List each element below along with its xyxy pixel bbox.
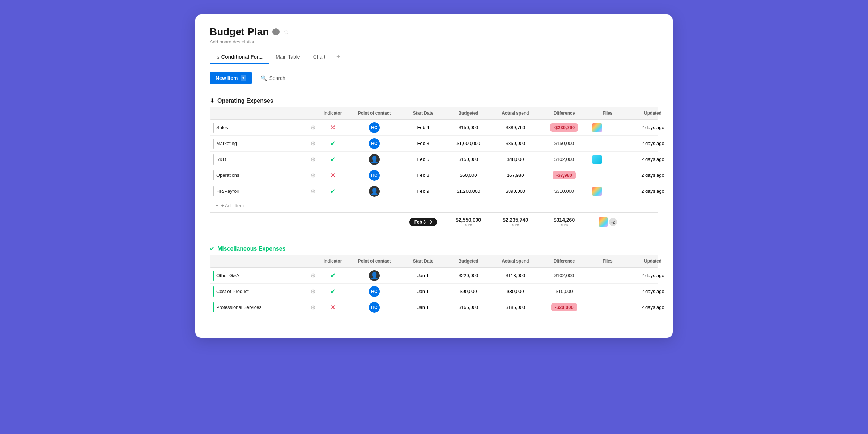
- poc-other-ga[interactable]: 👤: [347, 270, 401, 281]
- updated-prof-services: 2 days ago: [626, 303, 673, 311]
- row-name-sales: Sales ⊕: [210, 120, 318, 135]
- files-other-ga: [590, 274, 626, 277]
- updated-other-ga: 2 days ago: [626, 271, 673, 280]
- info-icon[interactable]: i: [272, 28, 280, 35]
- add-item-row[interactable]: + + Add Item: [210, 199, 658, 212]
- date-hr: Feb 9: [401, 187, 445, 195]
- table-row: R&D ⊕ ✔ 👤 Feb 5 $150,000 $48,000 $102,00…: [210, 152, 658, 167]
- diff-sales: -$239,760: [539, 123, 590, 132]
- diff-negative-badge: -$7,980: [553, 171, 576, 179]
- files-hr[interactable]: [590, 185, 626, 197]
- star-icon[interactable]: ☆: [283, 28, 289, 36]
- table-row: Cost of Product ⊕ ✔ HC Jan 1 $90,000 $80…: [210, 284, 658, 299]
- updated-sales: 2 days ago: [626, 123, 673, 132]
- files-sales[interactable]: [590, 122, 626, 134]
- indicator-ops[interactable]: ✕: [318, 171, 347, 179]
- date-rd: Feb 5: [401, 155, 445, 163]
- section-header-misc: ✔ Miscellaneous Expenses: [210, 242, 658, 255]
- updated-ops: 2 days ago: [626, 171, 673, 179]
- diff-hr: $310,000: [539, 187, 590, 195]
- add-row-icon[interactable]: ⊕: [311, 304, 315, 311]
- section-toggle-operating[interactable]: ⬇: [210, 97, 214, 104]
- file-count-badge: +2: [609, 218, 617, 226]
- diff-other-ga: $102,000: [539, 271, 590, 280]
- actual-cost-product: $80,000: [492, 287, 539, 295]
- row-bar: [213, 139, 214, 149]
- col-updated: Updated: [626, 109, 673, 117]
- add-row-icon[interactable]: ⊕: [311, 288, 315, 295]
- add-row-icon[interactable]: ⊕: [311, 156, 315, 163]
- files-prof-services: [590, 306, 626, 309]
- page-header: Budget Plan i ☆: [210, 26, 658, 38]
- cross-icon: ✕: [330, 303, 336, 311]
- diff-positive: $10,000: [556, 289, 573, 294]
- date-sales: Feb 4: [401, 123, 445, 132]
- poc-hr[interactable]: 👤: [347, 186, 401, 197]
- actual-prof-services: $185,000: [492, 303, 539, 311]
- tab-chart[interactable]: Chart: [307, 51, 332, 64]
- poc-marketing[interactable]: HC: [347, 138, 401, 149]
- cross-icon: ✕: [330, 171, 336, 179]
- search-button[interactable]: 🔍 Search: [256, 72, 289, 84]
- table-row: Marketing ⊕ ✔ HC Feb 3 $1,000,000 $850,0…: [210, 136, 658, 152]
- diff-positive: $150,000: [554, 141, 574, 146]
- col-headers-operating: Indicator Point of contact Start Date Bu…: [210, 107, 658, 120]
- add-row-icon[interactable]: ⊕: [311, 172, 315, 179]
- add-row-icon[interactable]: ⊕: [311, 140, 315, 147]
- check-icon: ✔: [330, 272, 336, 280]
- indicator-sales[interactable]: ✕: [318, 124, 347, 132]
- summary-diff: $314,260 sum: [539, 216, 590, 229]
- section-misc: ✔ Miscellaneous Expenses Indicator Point…: [210, 242, 658, 315]
- date-ops: Feb 8: [401, 171, 445, 179]
- new-item-button[interactable]: New Item ▾: [210, 72, 252, 84]
- updated-hr: 2 days ago: [626, 187, 673, 195]
- indicator-hr[interactable]: ✔: [318, 187, 347, 195]
- home-icon: ⌂: [216, 54, 219, 60]
- indicator-prof-services[interactable]: ✕: [318, 303, 347, 311]
- diff-marketing: $150,000: [539, 139, 590, 148]
- indicator-cost-product[interactable]: ✔: [318, 288, 347, 295]
- budgeted-ops: $50,000: [445, 171, 492, 179]
- app-container: Budget Plan i ☆ Add board description ⌂ …: [195, 14, 673, 338]
- add-row-icon[interactable]: ⊕: [311, 124, 315, 131]
- tab-main-table[interactable]: Main Table: [269, 51, 306, 64]
- avatar-user: 👤: [369, 186, 380, 197]
- avatar-hc: HC: [369, 138, 380, 149]
- indicator-rd[interactable]: ✔: [318, 156, 347, 163]
- add-row-icon[interactable]: ⊕: [311, 272, 315, 279]
- col-diff: Difference: [539, 109, 590, 117]
- files-rd[interactable]: [590, 153, 626, 166]
- avatar-hc: HC: [369, 122, 380, 133]
- budgeted-cost-product: $90,000: [445, 287, 492, 295]
- avatar-hc: HC: [369, 170, 380, 181]
- indicator-other-ga[interactable]: ✔: [318, 272, 347, 280]
- indicator-marketing[interactable]: ✔: [318, 140, 347, 148]
- add-row-icon[interactable]: ⊕: [311, 188, 315, 195]
- board-description[interactable]: Add board description: [210, 39, 658, 44]
- table-row: HR/Payroll ⊕ ✔ 👤 Feb 9 $1,200,000 $890,0…: [210, 183, 658, 199]
- table-row: Other G&A ⊕ ✔ 👤 Jan 1 $220,000 $118,000 …: [210, 268, 658, 284]
- section-toggle-misc[interactable]: ✔: [210, 245, 214, 252]
- actual-ops: $57,980: [492, 171, 539, 179]
- col-name: [210, 257, 318, 265]
- search-icon: 🔍: [261, 75, 267, 81]
- tab-add-button[interactable]: +: [332, 50, 345, 64]
- table-row: Sales ⊕ ✕ HC Feb 4 $150,000 $389,760 -$2…: [210, 120, 658, 136]
- tabs: ⌂ Conditional For... Main Table Chart +: [210, 50, 658, 64]
- actual-rd: $48,000: [492, 155, 539, 163]
- poc-prof-services[interactable]: HC: [347, 302, 401, 313]
- check-icon: ✔: [330, 187, 336, 195]
- poc-rd[interactable]: 👤: [347, 154, 401, 165]
- file-thumbnail: [592, 123, 602, 132]
- toolbar: New Item ▾ 🔍 Search: [210, 72, 658, 84]
- poc-ops[interactable]: HC: [347, 170, 401, 181]
- row-name-other-ga: Other G&A ⊕: [210, 268, 318, 283]
- poc-sales[interactable]: HC: [347, 122, 401, 133]
- tab-conditional[interactable]: ⌂ Conditional For...: [210, 51, 269, 64]
- col-name: [210, 109, 318, 117]
- budgeted-prof-services: $165,000: [445, 303, 492, 311]
- poc-cost-product[interactable]: HC: [347, 286, 401, 297]
- table-row: Operations ⊕ ✕ HC Feb 8 $50,000 $57,980 …: [210, 167, 658, 183]
- updated-rd: 2 days ago: [626, 155, 673, 163]
- col-poc: Point of contact: [347, 109, 401, 117]
